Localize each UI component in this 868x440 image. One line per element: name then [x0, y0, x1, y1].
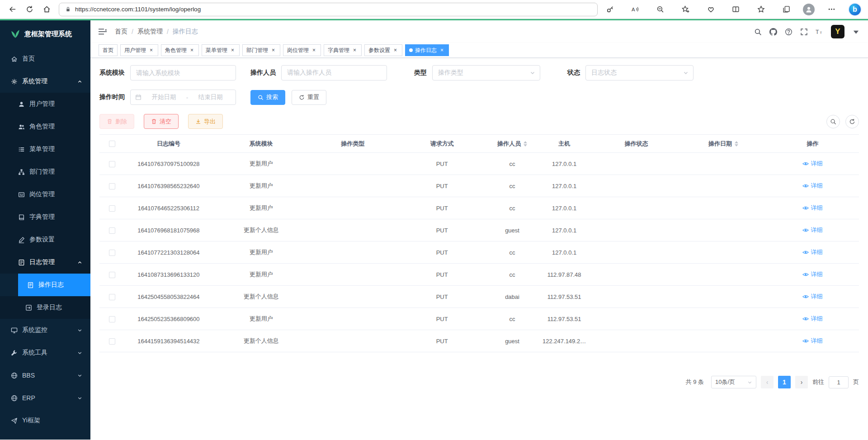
password-key-icon[interactable]: [601, 2, 618, 17]
tab-close-icon[interactable]: ×: [270, 47, 276, 53]
tab-close-icon[interactable]: ×: [311, 47, 317, 53]
add-favorite-star-icon[interactable]: [677, 2, 694, 17]
row-checkbox[interactable]: [109, 316, 115, 322]
sidebar-item[interactable]: 用户管理: [0, 93, 90, 115]
sidebar-item[interactable]: BBS: [0, 364, 90, 387]
select-all-checkbox[interactable]: [109, 141, 115, 147]
read-aloud-icon[interactable]: A: [627, 2, 644, 17]
detail-button[interactable]: 详细: [802, 226, 822, 234]
favorites-bar-icon[interactable]: [753, 2, 770, 17]
type-select[interactable]: 操作类型: [432, 65, 540, 80]
sort-carets-icon[interactable]: [735, 141, 738, 147]
bing-icon[interactable]: b: [848, 3, 862, 16]
search-button[interactable]: 搜索: [250, 90, 285, 105]
goto-page-input[interactable]: [829, 376, 849, 388]
github-icon[interactable]: [769, 28, 777, 36]
tab[interactable]: 部门管理×: [242, 44, 280, 56]
row-checkbox[interactable]: [109, 205, 115, 212]
sidebar-item[interactable]: 菜单管理: [0, 138, 90, 161]
detail-button[interactable]: 详细: [802, 293, 822, 301]
user-avatar[interactable]: Y: [831, 25, 844, 38]
browser-essentials-icon[interactable]: [702, 2, 719, 17]
tab[interactable]: 参数设置×: [364, 44, 402, 56]
search-icon[interactable]: [754, 28, 762, 36]
sidebar-item[interactable]: 登录日志: [0, 296, 90, 319]
help-icon[interactable]: [785, 28, 793, 36]
page-1-button[interactable]: 1: [778, 376, 791, 388]
operator-input-wrap[interactable]: 请输入操作人员: [281, 65, 387, 80]
fullscreen-icon[interactable]: [800, 28, 808, 36]
sort-carets-icon[interactable]: [524, 141, 527, 147]
tab[interactable]: 岗位管理×: [283, 44, 321, 56]
page-size-select[interactable]: 10条/页: [711, 376, 756, 388]
detail-button[interactable]: 详细: [802, 315, 822, 323]
tab-close-icon[interactable]: ×: [189, 47, 195, 53]
detail-button[interactable]: 详细: [802, 160, 822, 168]
tab[interactable]: 首页: [99, 44, 118, 56]
delete-button[interactable]: 删除: [99, 114, 134, 129]
detail-button[interactable]: 详细: [802, 248, 822, 256]
detail-button[interactable]: 详细: [802, 182, 822, 190]
tab-close-icon[interactable]: ×: [392, 47, 398, 53]
refresh-table-button[interactable]: [845, 115, 859, 128]
row-checkbox[interactable]: [109, 161, 115, 167]
sidebar-item[interactable]: 部门管理: [0, 161, 90, 183]
detail-button[interactable]: 详细: [802, 204, 822, 212]
app-logo[interactable]: 意框架管理系统: [0, 20, 90, 47]
breadcrumb-item[interactable]: 首页: [115, 28, 127, 36]
settings-more-icon[interactable]: [823, 2, 840, 17]
sidebar-item[interactable]: 日志管理: [0, 251, 90, 274]
sidebar-item[interactable]: 参数设置: [0, 228, 90, 251]
tab[interactable]: 角色管理×: [161, 44, 199, 56]
browser-refresh-button[interactable]: [21, 2, 38, 17]
sidebar-item[interactable]: 角色管理: [0, 115, 90, 138]
split-screen-icon[interactable]: [727, 2, 745, 17]
sidebar-item[interactable]: 首页: [0, 47, 90, 70]
zoom-out-icon[interactable]: [652, 2, 669, 17]
sidebar-item[interactable]: 系统监控: [0, 319, 90, 341]
sidebar-item[interactable]: Yi框架: [0, 409, 90, 432]
browser-back-button[interactable]: [4, 2, 21, 17]
reset-button[interactable]: 重置: [292, 90, 326, 105]
status-select[interactable]: 日志状态: [585, 65, 693, 80]
row-checkbox[interactable]: [109, 294, 115, 300]
sidebar-item[interactable]: 操作日志: [18, 274, 90, 296]
collections-icon[interactable]: [778, 2, 795, 17]
clear-button[interactable]: 清空: [144, 114, 179, 129]
sidebar-item[interactable]: 系统管理: [0, 70, 90, 93]
sidebar-item[interactable]: ERP: [0, 387, 90, 409]
browser-home-button[interactable]: [38, 2, 55, 17]
toggle-search-button[interactable]: [826, 115, 840, 128]
eye-icon: [802, 316, 809, 322]
browser-profile-avatar[interactable]: [803, 4, 815, 15]
row-checkbox[interactable]: [109, 250, 115, 256]
tab-close-icon[interactable]: ×: [148, 47, 154, 53]
module-input[interactable]: [130, 65, 236, 80]
tab[interactable]: 菜单管理×: [202, 44, 240, 56]
row-checkbox[interactable]: [109, 338, 115, 345]
tab-close-icon[interactable]: ×: [230, 47, 236, 53]
operator-input[interactable]: 请输入操作人员: [287, 69, 331, 77]
sidebar-item[interactable]: 字典管理: [0, 206, 90, 228]
row-checkbox[interactable]: [109, 183, 115, 189]
detail-button[interactable]: 详细: [802, 337, 822, 345]
breadcrumb-item[interactable]: 系统管理: [137, 28, 163, 36]
chevron-down-icon[interactable]: [852, 28, 860, 36]
row-checkbox[interactable]: [109, 272, 115, 278]
tab[interactable]: 用户管理×: [120, 44, 158, 56]
next-page-button[interactable]: ›: [795, 376, 808, 388]
sidebar-item[interactable]: 系统工具: [0, 341, 90, 364]
tab[interactable]: 操作日志×: [405, 44, 449, 56]
tab-close-icon[interactable]: ×: [439, 47, 445, 53]
address-bar[interactable]: https://ccnetcore.com:1101/system/log/op…: [59, 3, 598, 16]
tab-close-icon[interactable]: ×: [352, 47, 358, 53]
tab[interactable]: 字典管理×: [324, 44, 362, 56]
font-size-icon[interactable]: TT: [816, 28, 823, 36]
prev-page-button[interactable]: ‹: [761, 376, 774, 388]
export-button[interactable]: 导出: [188, 114, 223, 129]
sidebar-collapse-icon[interactable]: [99, 28, 107, 36]
date-range-input[interactable]: 开始日期 - 结束日期: [130, 90, 236, 105]
detail-button[interactable]: 详细: [802, 270, 822, 279]
row-checkbox[interactable]: [109, 227, 115, 234]
sidebar-item[interactable]: 岗位管理: [0, 183, 90, 206]
